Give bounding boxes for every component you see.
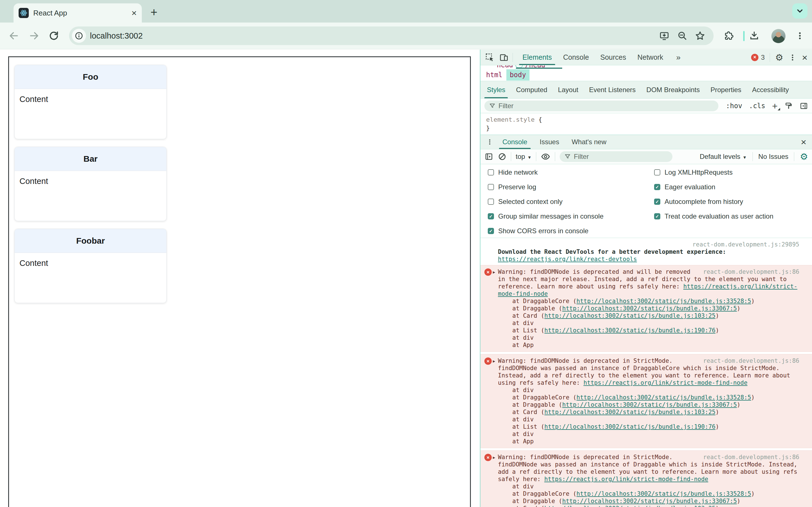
dom-tree-clipped-row[interactable]: head/head bbox=[480, 65, 812, 69]
settings-checkbox-row[interactable]: Hide network bbox=[488, 168, 604, 177]
profile-avatar[interactable] bbox=[771, 29, 785, 43]
dock-sidebar-icon[interactable] bbox=[800, 102, 808, 110]
device-toolbar-icon[interactable] bbox=[499, 53, 509, 62]
source-location-link[interactable]: react-dom.development.js:86 bbox=[703, 453, 799, 461]
console-sidebar-toggle-icon[interactable] bbox=[485, 152, 493, 161]
stack-frame-link[interactable]: http://localhost:3002/static/js/bundle.j… bbox=[562, 498, 737, 504]
toggle-hover-state-button[interactable]: :hov bbox=[726, 102, 742, 110]
stack-frame-link[interactable]: http://localhost:3002/static/js/bundle.j… bbox=[562, 401, 737, 408]
bookmark-star-icon[interactable] bbox=[695, 31, 705, 41]
styles-tab-properties[interactable]: Properties bbox=[705, 81, 747, 98]
reload-icon[interactable] bbox=[49, 31, 59, 41]
tab-network[interactable]: Network bbox=[632, 50, 669, 65]
draggable-card[interactable]: Bar Content bbox=[14, 147, 167, 221]
tab-elements[interactable]: Elements bbox=[517, 50, 557, 65]
extensions-puzzle-icon[interactable] bbox=[723, 31, 734, 41]
checkbox[interactable] bbox=[654, 169, 660, 175]
source-location-link[interactable]: react-dom.development.js:29895 bbox=[693, 241, 799, 248]
checkbox[interactable] bbox=[488, 199, 494, 205]
checkbox[interactable] bbox=[488, 184, 494, 190]
styles-tab-event-listeners[interactable]: Event Listeners bbox=[583, 81, 641, 98]
browser-tab-react-app[interactable]: React App × bbox=[13, 3, 142, 22]
drawer-tab-console[interactable]: Console bbox=[496, 135, 534, 149]
forward-icon[interactable] bbox=[29, 31, 40, 41]
checkbox[interactable]: ✓ bbox=[488, 228, 494, 234]
tab-search-chevron-button[interactable] bbox=[792, 3, 808, 18]
settings-checkbox-row[interactable]: Log XMLHttpRequests bbox=[654, 168, 773, 177]
back-icon[interactable] bbox=[8, 31, 19, 41]
devtools-menu-kebab-icon[interactable] bbox=[788, 53, 797, 62]
stack-frame-link[interactable]: http://localhost:3002/static/js/bundle.j… bbox=[576, 394, 751, 401]
stack-frame-link[interactable]: http://localhost:3002/static/js/bundle.j… bbox=[576, 298, 751, 304]
tab-sources[interactable]: Sources bbox=[595, 50, 632, 65]
settings-checkbox-row[interactable]: ✓ Show CORS errors in console bbox=[488, 227, 604, 235]
draggable-card[interactable]: Foo Content bbox=[14, 65, 167, 139]
stack-frame-link[interactable]: http://localhost:3002/static/js/bundle.j… bbox=[545, 505, 716, 507]
expand-caret-icon[interactable]: ▶ bbox=[493, 269, 495, 276]
styles-tab-dom-breakpoints[interactable]: DOM Breakpoints bbox=[641, 81, 705, 98]
checkbox[interactable]: ✓ bbox=[654, 213, 660, 219]
source-location-link[interactable]: react-dom.development.js:86 bbox=[703, 268, 799, 276]
source-location-link[interactable]: react-dom.development.js:86 bbox=[703, 357, 799, 364]
stack-frame-link[interactable]: http://localhost:3002/static/js/bundle.j… bbox=[562, 305, 737, 312]
tab-close-icon[interactable]: × bbox=[132, 8, 137, 17]
stack-frame-link[interactable]: http://localhost:3002/static/js/bundle.j… bbox=[545, 327, 716, 334]
breadcrumb-html[interactable]: html bbox=[483, 69, 506, 80]
checkbox[interactable]: ✓ bbox=[654, 199, 660, 205]
stack-frame-link[interactable]: http://localhost:3002/static/js/bundle.j… bbox=[545, 409, 716, 415]
card-header[interactable]: Foo bbox=[15, 65, 166, 89]
element-style-rule[interactable]: element.style { } bbox=[480, 113, 812, 135]
devtools-close-icon[interactable]: × bbox=[802, 53, 808, 62]
downloads-icon[interactable] bbox=[749, 31, 760, 41]
inspect-element-icon[interactable] bbox=[485, 53, 495, 62]
browser-menu-kebab-icon[interactable] bbox=[795, 31, 805, 41]
checkbox[interactable]: ✓ bbox=[488, 213, 494, 219]
console-settings-gear-icon[interactable]: ⚙ bbox=[800, 152, 808, 161]
settings-checkbox-row[interactable]: Preserve log bbox=[488, 183, 604, 191]
styles-tab-styles[interactable]: Styles bbox=[481, 81, 511, 98]
settings-checkbox-row[interactable]: ✓ Group similar messages in console bbox=[488, 212, 604, 221]
stack-frame-link[interactable]: http://localhost:3002/static/js/bundle.j… bbox=[545, 313, 716, 319]
settings-checkbox-row[interactable]: ✓ Eager evaluation bbox=[654, 183, 773, 191]
new-tab-button[interactable]: + bbox=[147, 6, 161, 19]
toggle-classes-button[interactable]: .cls bbox=[749, 102, 765, 110]
styles-filter-input[interactable]: Filter bbox=[485, 101, 718, 111]
drawer-tab-what-s-new[interactable]: What's new bbox=[565, 135, 612, 149]
settings-checkbox-row[interactable]: ✓ Autocomplete from history bbox=[654, 198, 773, 206]
more-tabs-chevrons[interactable]: » bbox=[670, 50, 686, 65]
new-style-rule-icon[interactable]: + bbox=[772, 101, 777, 111]
card-header[interactable]: Foobar bbox=[15, 229, 166, 253]
breadcrumb-body[interactable]: body bbox=[506, 69, 529, 80]
url-bar[interactable]: localhost:3002 bbox=[69, 26, 714, 45]
expand-caret-icon[interactable]: ▶ bbox=[493, 454, 495, 461]
console-filter-input[interactable]: Filter bbox=[560, 151, 672, 162]
drawer-tab-issues[interactable]: Issues bbox=[534, 135, 565, 149]
error-badge[interactable]: × 3 bbox=[751, 54, 765, 61]
styles-tab-accessibility[interactable]: Accessibility bbox=[747, 81, 794, 98]
devtools-settings-gear-icon[interactable]: ⚙ bbox=[775, 53, 783, 62]
expand-caret-icon[interactable]: ▶ bbox=[493, 357, 495, 365]
drawer-close-icon[interactable]: × bbox=[801, 137, 812, 147]
log-levels-dropdown[interactable]: Default levels▼ bbox=[700, 153, 747, 161]
install-app-icon[interactable] bbox=[659, 31, 669, 41]
settings-checkbox-row[interactable]: Selected context only bbox=[488, 198, 604, 206]
context-selector[interactable]: top▼ bbox=[516, 153, 531, 161]
console-link[interactable]: https://reactjs.org/link/react-devtools bbox=[498, 256, 637, 263]
settings-checkbox-row[interactable]: ✓ Treat code evaluation as user action bbox=[654, 212, 773, 221]
draggable-card[interactable]: Foobar Content bbox=[14, 229, 167, 303]
clear-console-icon[interactable] bbox=[498, 152, 506, 161]
stack-frame-link[interactable]: http://localhost:3002/static/js/bundle.j… bbox=[576, 490, 751, 497]
checkbox[interactable]: ✓ bbox=[654, 184, 660, 190]
stack-frame-link[interactable]: http://localhost:3002/static/js/bundle.j… bbox=[545, 424, 716, 430]
live-expression-eye-icon[interactable] bbox=[541, 152, 550, 161]
zoom-out-icon[interactable] bbox=[677, 31, 688, 41]
checkbox[interactable] bbox=[488, 169, 494, 175]
tab-console[interactable]: Console bbox=[557, 50, 595, 65]
styles-tab-layout[interactable]: Layout bbox=[553, 81, 583, 98]
drawer-kebab-icon[interactable] bbox=[483, 138, 496, 146]
console-link[interactable]: https://reactjs.org/link/strict-mode-fin… bbox=[583, 379, 748, 386]
styles-tab-computed[interactable]: Computed bbox=[511, 81, 553, 98]
issues-count[interactable]: No Issues bbox=[758, 153, 789, 161]
site-info-icon[interactable] bbox=[72, 29, 86, 43]
paint-roller-icon[interactable] bbox=[784, 102, 793, 110]
